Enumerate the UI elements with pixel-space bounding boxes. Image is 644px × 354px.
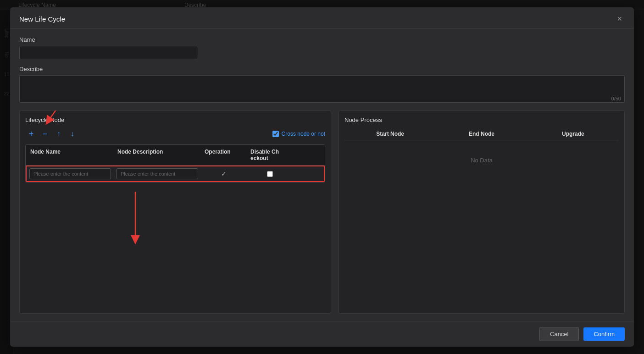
char-count: 0/50 [611,96,621,101]
name-label: Name [19,36,625,43]
node-process-panel: Node Process Start Node End Node Upgrade… [339,111,625,314]
describe-wrapper: 0/50 [19,75,625,104]
cross-node-label: Cross node or not [282,131,325,137]
move-up-button[interactable]: ↑ [53,128,65,140]
disable-checkout-checkbox[interactable] [267,171,273,177]
modal-dialog: New Life Cycle × Name Describe 0/50 [10,7,634,347]
add-node-button[interactable]: + [25,128,37,140]
node-name-input[interactable] [29,168,111,179]
col-node-desc: Node Description [113,145,200,165]
check-icon[interactable]: ✓ [221,170,227,177]
confirm-button[interactable]: Confirm [583,327,625,341]
describe-textarea[interactable] [19,75,625,103]
node-name-cell[interactable] [27,166,114,181]
col-disable-checkout: Disable Checkout [246,145,292,165]
operation-cell[interactable]: ✓ [201,168,247,179]
describe-group: Describe 0/50 [19,66,625,104]
node-table: Node Name Node Description Operation Dis… [25,144,325,183]
describe-label: Describe [19,66,625,72]
node-process-title: Node Process [344,116,619,123]
modal-header: New Life Cycle × [10,7,634,29]
modal-body: Name Describe 0/50 Lifecycle Node + [10,29,634,321]
node-desc-input[interactable] [117,168,198,179]
modal-footer: Cancel Confirm [10,321,634,347]
col-operation: Operation [200,145,246,165]
name-group: Name [19,36,625,59]
close-button[interactable]: × [614,14,625,24]
col-node-name: Node Name [26,145,113,165]
node-toolbar: + − ↑ ↓ 1 [25,128,325,140]
cross-node-checkbox[interactable] [272,131,279,137]
node-table-row: ✓ [26,166,325,182]
node-table-header: Node Name Node Description Operation Dis… [26,145,325,166]
process-col-upgrade: Upgrade [527,128,619,140]
move-down-button[interactable]: ↓ [67,128,78,140]
process-col-start: Start Node [344,128,436,140]
modal-overlay: New Life Cycle × Name Describe 0/50 [0,0,644,354]
remove-node-button[interactable]: − [39,128,51,140]
name-input[interactable] [19,46,198,59]
modal-title: New Life Cycle [19,15,65,23]
cross-node-option[interactable]: Cross node or not [272,131,325,137]
cancel-button[interactable]: Cancel [539,327,579,341]
process-table-header: Start Node End Node Upgrade [344,128,619,140]
process-col-end: End Node [436,128,527,140]
node-desc-cell[interactable] [114,166,201,181]
no-data-label: No Data [344,143,619,177]
lifecycle-node-panel: Lifecycle Node + − ↑ ↓ [19,111,331,314]
lifecycle-node-title: Lifecycle Node [25,116,325,123]
arrow2-container [25,183,325,308]
panels-container: Lifecycle Node + − ↑ ↓ [19,111,625,314]
disable-checkout-cell[interactable] [247,169,293,179]
